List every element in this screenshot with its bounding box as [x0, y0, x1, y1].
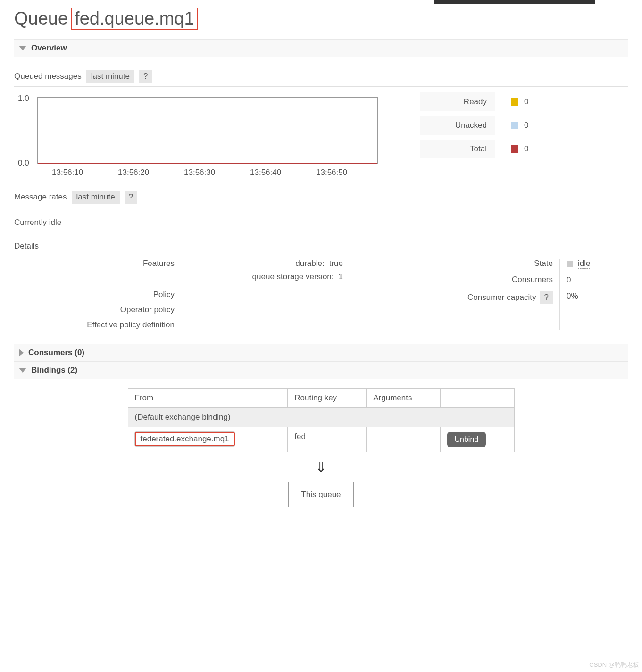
- policy-label: Policy: [153, 290, 175, 299]
- svg-text:13:56:30: 13:56:30: [184, 168, 215, 177]
- unbind-button[interactable]: Unbind: [447, 432, 486, 447]
- bindings-table: From Routing key Arguments (Default exch…: [128, 388, 515, 452]
- rates-help-icon[interactable]: ?: [125, 191, 137, 204]
- binding-arguments: [367, 427, 440, 452]
- chevron-down-icon: [19, 46, 26, 50]
- legend-ready-value: 0: [524, 97, 528, 107]
- chevron-right-icon: [19, 349, 24, 357]
- flow-arrow-icon: ⇓: [315, 459, 327, 475]
- legend-total-label: Total: [420, 140, 495, 158]
- qsv-value: 1: [339, 272, 343, 282]
- rates-range-selector[interactable]: last minute: [72, 191, 120, 204]
- chart-legend: Ready Unacked Total 0 0 0: [420, 92, 530, 158]
- consumers-value: 0: [567, 275, 628, 285]
- col-routing-key: Routing key: [288, 389, 367, 408]
- svg-text:13:56:10: 13:56:10: [52, 168, 83, 177]
- details-header: Details: [14, 241, 628, 254]
- durable-value: true: [329, 259, 343, 268]
- tab-indicator: [434, 0, 595, 4]
- swatch-total: [511, 145, 518, 153]
- this-queue-box: This queue: [288, 482, 353, 507]
- state-value: idle: [578, 259, 590, 269]
- binding-routing-key: fed: [288, 427, 367, 452]
- legend-total-value: 0: [524, 144, 528, 154]
- section-bindings[interactable]: Bindings (2): [14, 361, 628, 379]
- svg-text:13:56:40: 13:56:40: [250, 168, 281, 177]
- binding-row: federated.exchange.mq1 fed Unbind: [128, 427, 514, 452]
- chart-queued-messages: 1.0 0.0 13:56:10 13:56:20 13:56:30 13:56…: [14, 92, 382, 177]
- section-overview[interactable]: Overview: [14, 39, 628, 57]
- title-prefix: Queue: [14, 8, 68, 29]
- binding-from-link[interactable]: federated.exchange.mq1: [135, 432, 235, 446]
- queued-label: Queued messages: [14, 72, 82, 81]
- svg-text:13:56:50: 13:56:50: [316, 168, 347, 177]
- features-label: Features: [143, 259, 175, 268]
- section-consumers-label: Consumers (0): [28, 348, 84, 357]
- consumers-label: Consumers: [512, 275, 553, 284]
- svg-text:1.0: 1.0: [18, 94, 29, 103]
- default-binding-text: (Default exchange binding): [128, 408, 514, 427]
- operator-policy-label: Operator policy: [120, 305, 175, 315]
- capacity-value: 0%: [567, 291, 628, 301]
- idle-status: Currently idle: [14, 218, 628, 231]
- section-consumers[interactable]: Consumers (0): [14, 344, 628, 361]
- bindings-header-row: From Routing key Arguments: [128, 389, 514, 408]
- queued-messages-header: Queued messages last minute ?: [14, 70, 628, 87]
- section-overview-label: Overview: [31, 43, 67, 53]
- message-rates-header: Message rates last minute ?: [14, 191, 628, 207]
- swatch-unacked: [511, 122, 518, 129]
- capacity-help-icon[interactable]: ?: [540, 291, 553, 304]
- svg-text:13:56:20: 13:56:20: [118, 168, 149, 177]
- qsv-key: queue storage version:: [252, 272, 334, 282]
- range-selector[interactable]: last minute: [86, 70, 134, 83]
- legend-unacked-label: Unacked: [420, 116, 495, 135]
- default-binding-row: (Default exchange binding): [128, 408, 514, 427]
- legend-unacked-value: 0: [524, 121, 528, 130]
- col-arguments: Arguments: [367, 389, 440, 408]
- capacity-label: Consumer capacity: [467, 293, 536, 302]
- section-bindings-label: Bindings (2): [31, 365, 77, 375]
- title-queue-name: fed.queue.mq1: [71, 8, 198, 30]
- rates-label: Message rates: [14, 192, 67, 202]
- page-title: Queue fed.queue.mq1: [14, 8, 628, 30]
- durable-key: durable:: [295, 259, 324, 268]
- chevron-down-icon: [19, 368, 26, 373]
- state-label: State: [534, 259, 553, 268]
- state-swatch: [567, 261, 573, 267]
- legend-ready-label: Ready: [420, 92, 495, 111]
- help-icon[interactable]: ?: [139, 70, 152, 83]
- col-from: From: [128, 389, 288, 408]
- effective-policy-label: Effective policy definition: [87, 320, 175, 330]
- svg-text:0.0: 0.0: [18, 158, 29, 167]
- svg-rect-2: [38, 97, 377, 163]
- swatch-ready: [511, 98, 518, 106]
